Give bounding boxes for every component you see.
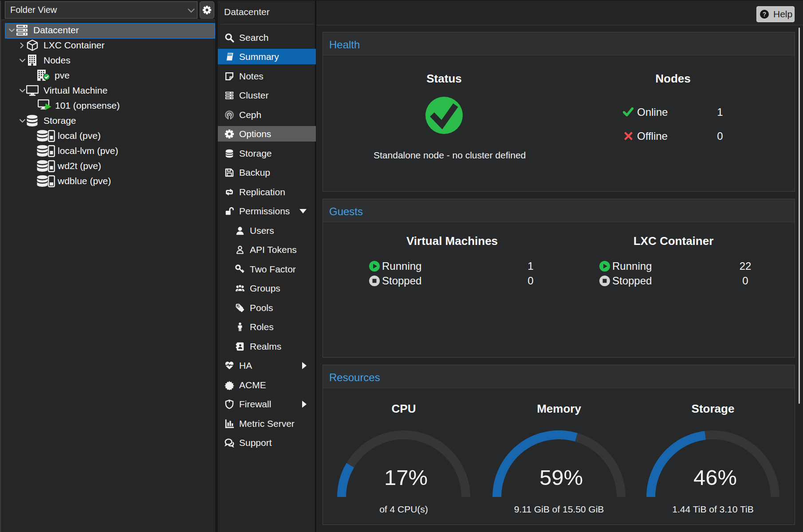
svg-text:?: ? [763, 11, 767, 18]
